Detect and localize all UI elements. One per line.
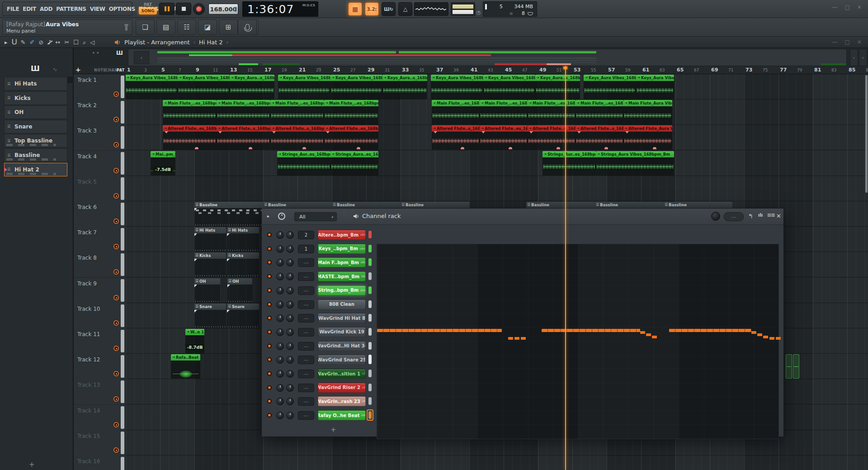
audio-clip[interactable]: ⇥Altered Flute..s_168bpm_Bm <box>217 125 270 150</box>
pattern-clip[interactable]: ☰Snare <box>227 304 259 328</box>
track-header[interactable]: Track 12··· <box>74 354 126 379</box>
audio-clip[interactable]: ⇥Altered Flute..s_168bpm_Bm <box>270 125 324 150</box>
audio-clip[interactable]: ⇥Altered Flute..es_168bpm_Bm <box>480 125 528 150</box>
channel-mute-led[interactable] <box>267 399 272 404</box>
channel-volume-knob[interactable] <box>286 342 294 350</box>
note-low[interactable] <box>776 337 781 340</box>
audio-clip[interactable]: ⇥Keys_Aura Vibes_168bpm_Bm <box>636 75 674 99</box>
channel-volume-knob[interactable] <box>286 301 294 309</box>
pattern-list-scrollbar[interactable] <box>68 77 72 83</box>
countdown-button[interactable]: △ <box>398 2 412 16</box>
channel-volume-knob[interactable] <box>286 384 294 392</box>
track-record-dot[interactable] <box>113 142 119 147</box>
audio-clip[interactable]: ⇥Altered Flute..es_168bpm_Bm <box>324 125 378 150</box>
track-color-strip[interactable] <box>121 177 124 200</box>
picker-grid-icon[interactable]: Ш <box>116 50 123 56</box>
track-color-strip[interactable] <box>121 380 124 403</box>
channel-display[interactable]: --- <box>298 300 314 309</box>
channel-mute-led[interactable] <box>267 288 272 293</box>
channel-button-10[interactable]: WavGrind Snare 25 <box>318 355 366 365</box>
pattern-clip[interactable]: ☰Hi Hats <box>227 227 259 252</box>
track-record-dot[interactable] <box>113 269 119 275</box>
pattern-item-snare[interactable]: ☰Snare <box>4 120 67 133</box>
pattern-clip[interactable]: ☰OH <box>194 278 220 303</box>
channel-volume-knob[interactable] <box>286 314 294 322</box>
track-color-strip[interactable] <box>121 203 124 225</box>
channel-pan-knob[interactable] <box>276 287 284 294</box>
keyboard-editor-icon[interactable]: ▥▥ <box>767 213 775 217</box>
track-header[interactable]: Track 2··· <box>74 100 126 125</box>
channel-volume-knob[interactable] <box>286 412 294 419</box>
channel-pan-knob[interactable] <box>276 314 284 322</box>
channel-led-bar[interactable] <box>368 272 372 280</box>
track-lane[interactable]: ⇥Keys_Aura Vibes_168bpm_Bm⇥Keys_Aura Vib… <box>126 74 868 100</box>
sidebar-add-button[interactable]: + <box>29 461 35 469</box>
channel-volume-knob[interactable] <box>286 231 294 239</box>
play-pause-button[interactable] <box>159 3 175 15</box>
timeline-ruler[interactable]: + ▽ 135791113151719212325272931333537394… <box>74 66 868 74</box>
channel-pan-knob[interactable] <box>276 231 284 239</box>
channel-led-bar[interactable] <box>368 342 372 350</box>
channel-button-12[interactable]: WavGrind Riser 2ıılıı <box>318 383 366 393</box>
tempo-display[interactable]: 168.000▲▼ <box>208 4 238 14</box>
channel-display[interactable]: 1 <box>298 245 314 253</box>
note-low[interactable] <box>508 337 513 340</box>
channel-button-14[interactable]: Rafay O..he Beatıılıı <box>318 410 366 420</box>
audio-clip[interactable]: ⇥Mai..pm_Bm-7.5dB <box>151 151 175 176</box>
track-lane[interactable]: ⇥Main Flute_..es_168bpm_Bm⇥Main Flute_..… <box>126 100 868 125</box>
pattern-item-hi-hat-2[interactable]: ☰Hi Hat 2 <box>4 163 67 176</box>
note-step[interactable] <box>763 336 768 338</box>
tiny-clip[interactable]: 2 <box>786 354 792 379</box>
channel-pan-knob[interactable] <box>276 412 284 419</box>
slice-tool[interactable]: ✂ <box>64 39 69 46</box>
track-lane[interactable]: ⇥Altered Flute..es_168bpm_Bm⇥Altered Flu… <box>126 125 868 150</box>
breadcrumb-title[interactable]: Playlist - Arrangement <box>124 39 190 46</box>
piano-tab-icon[interactable]: Ш <box>31 64 40 73</box>
channel-button-3[interactable]: Main F..bpm_Bmıılıı <box>318 257 366 267</box>
channel-pan-knob[interactable] <box>276 342 284 350</box>
playlist-vertical-scrollbar[interactable] <box>865 75 868 193</box>
note-low[interactable] <box>521 337 526 340</box>
channel-led-bar[interactable] <box>368 300 372 308</box>
channel-display[interactable]: --- <box>298 397 314 406</box>
track-header[interactable]: Track 3··· <box>74 125 126 150</box>
note-step[interactable] <box>757 333 762 336</box>
channel-volume-knob[interactable] <box>286 287 294 294</box>
track-record-dot[interactable] <box>113 371 119 376</box>
channel-volume-knob[interactable] <box>286 245 294 253</box>
playlist-minimize-button[interactable]: — <box>832 39 838 45</box>
audio-clip[interactable]: ⇥Main Flute_..es_168bpm_Bm <box>270 100 324 124</box>
audio-clip[interactable]: ⇥Keys_Aura Vibes_168bpm_Bm <box>483 75 535 99</box>
track-color-strip[interactable] <box>121 406 124 429</box>
audio-clip[interactable]: ⇥Keys_Aura Vibes_168bpm_Bm <box>178 75 230 99</box>
track-record-dot[interactable] <box>113 320 119 326</box>
note-step[interactable] <box>640 331 645 334</box>
mixer-button[interactable]: ☷ <box>177 19 196 35</box>
channel-mute-led[interactable] <box>267 413 272 418</box>
graph-editor-icon[interactable]: ılı <box>758 213 763 218</box>
channel-pan-knob[interactable] <box>276 259 284 266</box>
channel-display[interactable]: --- <box>298 286 314 295</box>
audio-clip[interactable]: ⇥Keys_Aura..s_168bpm_Bm <box>535 75 580 99</box>
audio-clip[interactable]: ⇥Main Flute_Aura Vibes_168bpm_Bm <box>623 100 672 124</box>
track-header[interactable]: Track 9··· <box>74 278 126 303</box>
note-low[interactable] <box>769 337 774 340</box>
track-color-strip[interactable] <box>121 228 124 251</box>
channel-mute-led[interactable] <box>267 344 272 348</box>
mute-tool[interactable]: ♪ <box>47 39 51 46</box>
track-record-dot[interactable] <box>113 117 119 122</box>
channel-button-8[interactable]: WavGrind Kick 19 <box>318 327 366 337</box>
overview-left-arrow[interactable]: ‹ <box>134 51 149 64</box>
channel-led-bar[interactable] <box>368 397 372 405</box>
channel-display[interactable]: --- <box>298 384 314 392</box>
channel-led-bar[interactable] <box>368 258 372 266</box>
pattern-clip[interactable]: ☰Hi Hats <box>194 227 226 252</box>
track-record-dot[interactable] <box>113 193 119 199</box>
track-color-strip[interactable] <box>121 76 124 98</box>
pattern-clip[interactable]: ☰Kicks <box>227 252 259 277</box>
playlist-window-button[interactable]: ◪ <box>198 19 217 35</box>
audio-clip[interactable]: ⇥Altered Flute_Aura Vibes_168bpm_Bm <box>623 125 672 150</box>
add-track-button[interactable]: + <box>75 66 81 73</box>
breadcrumb-current[interactable]: Hi Hat 2 <box>199 39 223 46</box>
picker-tab-note[interactable]: NOTE <box>94 68 106 72</box>
